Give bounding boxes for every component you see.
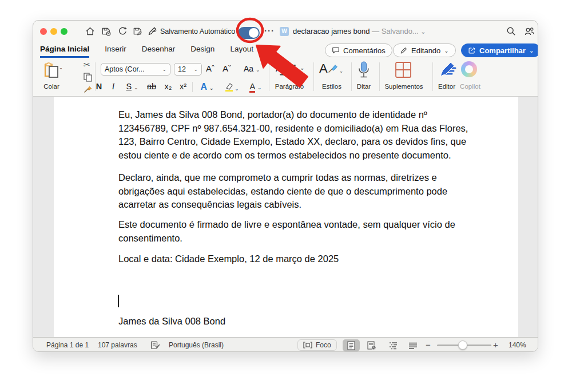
grow-font-button[interactable]: Aˆ [206,64,214,73]
highlight-chevron-icon: ⌄ [235,86,239,92]
subscript-button[interactable]: x₂ [162,82,174,91]
share-button[interactable]: Compartilhar ⌄ [461,43,538,57]
comments-button[interactable]: Comentários [325,43,392,57]
change-case-button[interactable]: Aa ⌄ [244,64,260,73]
style-brush-icon [328,62,339,74]
overflow-menu-icon[interactable]: ··· [264,26,275,35]
format-painter-icon[interactable] [83,84,93,94]
tab-desenhar[interactable]: Desenhar [142,42,176,58]
copy-icon[interactable] [83,72,93,82]
tab-inserir[interactable]: Inserir [105,42,126,58]
save-icon[interactable] [132,26,143,37]
zoom-window-button[interactable] [61,28,67,35]
focus-label: Foco [316,341,331,349]
doc-line: consentimento. [118,232,455,246]
paragraph-3: Este documento é firmado de livre e espo… [118,218,455,245]
group-divider [269,62,269,91]
more-tabs-icon[interactable]: » [269,42,273,57]
italic-button[interactable]: I [109,82,117,92]
group-divider [432,62,433,91]
draft-icon [408,342,418,349]
strikethrough-button[interactable]: ab [145,82,158,91]
doc-line: Eu, James da Silva 008 Bond, portador(a)… [118,108,468,122]
print-layout-icon [347,341,355,350]
doc-line: Este documento é firmado de livre e espo… [118,218,455,232]
editor-pen-icon[interactable] [438,60,456,80]
autosave-toggle[interactable] [238,27,260,39]
doc-line: 123, Bairro Centro, Cidade Exemplo, Esta… [118,135,468,149]
minimize-window-button[interactable] [50,28,57,35]
paste-button[interactable]: ⌄ [41,60,62,81]
bold-button[interactable]: N [94,82,104,91]
group-divider [379,62,380,91]
styles-chevron-icon: ⌄ [339,68,344,74]
cut-icon[interactable]: ✂ [84,60,90,69]
language-selector[interactable]: Português (Brasil) [169,341,224,349]
presence-people-icon[interactable] [524,26,535,37]
zoom-in-button[interactable]: + [493,340,498,350]
editing-chevron-icon: ⌄ [444,47,448,54]
tab-design[interactable]: Design [190,42,214,58]
font-color-button[interactable]: A ⌄ [246,82,265,93]
outline-view-button[interactable] [385,339,402,351]
paragraph-settings-icon[interactable]: ⌄ [278,63,305,78]
comments-label: Comentários [343,46,386,55]
share-label: Compartilhar [479,46,526,55]
title-chevron-icon: ⌄ [420,28,426,35]
close-window-button[interactable] [40,28,47,35]
font-name-select[interactable]: Aptos (Cor... ⌄ [101,63,170,76]
document-page[interactable]: Eu, James da Silva 008 Bond, portador(a)… [54,97,518,337]
paragraph-group-label: Parágrafo [271,83,308,90]
document-title[interactable]: declaracao james bond — Salvando... ⌄ [293,27,426,35]
copilot-icon-center [465,65,473,73]
home-icon[interactable] [85,26,96,37]
web-layout-view-button[interactable] [363,339,380,351]
document-canvas: Eu, James da Silva 008 Bond, portador(a)… [33,97,538,337]
addins-grid-icon[interactable] [395,61,412,78]
change-case-chevron-icon: ⌄ [256,67,260,73]
tab-layout[interactable]: Layout [230,42,253,58]
copilot-icon[interactable] [461,61,477,77]
underline-button[interactable]: S ⌄ [124,82,141,91]
editing-label: Editando [411,46,440,55]
tab-pagina-inicial[interactable]: Página Inicial [40,42,89,58]
font-name-chevron-icon: ⌄ [162,66,166,72]
redo-icon[interactable] [117,26,128,37]
text-effects-button[interactable]: A ⌄ [198,82,216,92]
dictate-label: Ditar [353,83,374,90]
superscript-button[interactable]: x² [177,82,189,91]
font-size-select[interactable]: 12 ⌄ [174,63,202,76]
search-icon[interactable] [506,26,517,37]
highlight-button[interactable]: ⌄ [222,82,241,92]
page-count[interactable]: Página 1 de 1 [46,341,89,349]
ribbon-tab-row: Página Inicial Inserir Desenhar Design L… [33,42,538,58]
zoom-level[interactable]: 140% [509,341,526,349]
screenshot-root: Salvamento Automático ··· W declaracao j… [0,0,572,392]
zoom-out-button[interactable]: − [426,340,431,350]
zoom-slider-knob[interactable] [458,340,467,350]
font-color-label: A [249,82,255,93]
styles-button[interactable]: A⌄ [319,61,343,76]
styles-letter: A [319,61,328,76]
font-name-value: Aptos (Cor... [105,65,144,73]
toggle-knob [249,28,259,38]
draft-view-button[interactable] [404,339,422,351]
shrink-font-button[interactable]: Aˇ [223,64,231,73]
share-chevron-icon: ⌄ [529,47,534,54]
doc-line: acarretar as consequências legais cabíve… [118,198,447,212]
document-title-text: declaracao james bond [293,27,370,35]
draw-pen-icon[interactable] [147,26,158,37]
group-divider [313,62,314,91]
proofing-icon[interactable] [150,340,160,351]
pencil-icon [400,46,408,54]
save-status-icon[interactable] [101,26,112,37]
dictate-mic-icon[interactable] [356,61,371,80]
ribbon-tabs: Página Inicial Inserir Desenhar Design L… [40,42,273,58]
doc-line: Declaro, ainda, que me comprometo a cump… [118,171,447,185]
word-count[interactable]: 107 palavras [98,341,137,349]
focus-mode-button[interactable]: Foco [297,339,337,351]
addins-label: Suplementos [381,83,427,90]
editing-mode-button[interactable]: Editando ⌄ [393,43,456,57]
doc-line: 123456789, CPF nº 987.654.321-00, reside… [118,122,468,136]
print-layout-view-button[interactable] [343,339,360,351]
